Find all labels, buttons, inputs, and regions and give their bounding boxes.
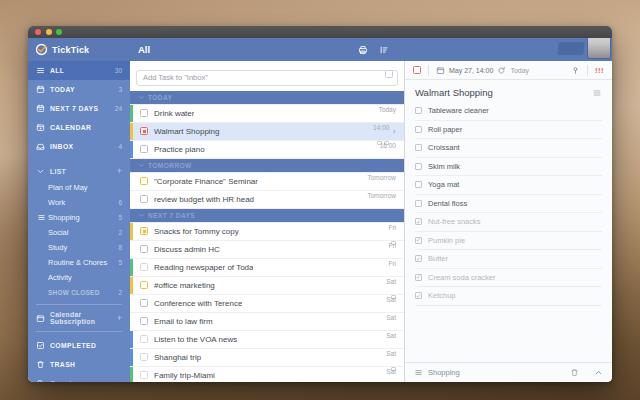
inbox-icon	[36, 142, 45, 151]
repeat-label[interactable]: Today	[510, 67, 529, 74]
task-row[interactable]: #office marketing Sat ›	[130, 277, 404, 295]
repeat-icon[interactable]	[497, 66, 506, 75]
checklist-item[interactable]: ✓ Croissant	[415, 139, 602, 158]
priority-badge[interactable]: !!!	[595, 66, 604, 75]
checklist-checkbox[interactable]: ✓	[415, 200, 422, 207]
task-row[interactable]: Reading newspaper of Toda Fri ›	[130, 259, 404, 277]
minimize-button[interactable]	[46, 29, 52, 35]
task-row[interactable]: Practice piano 16:00 ›	[130, 141, 404, 159]
menu-icon[interactable]	[592, 88, 602, 98]
sidebar-item[interactable]: Study 8	[28, 240, 130, 255]
calendar-icon[interactable]	[436, 66, 445, 75]
add-task-input[interactable]	[136, 70, 398, 86]
checklist-item[interactable]: ✓ Yoga mat	[415, 176, 602, 195]
chevron-down-icon[interactable]	[138, 94, 145, 101]
checklist-item[interactable]: ✓ Butter	[415, 250, 602, 269]
task-row[interactable]: Email to law firm Sat ›	[130, 313, 404, 331]
checklist-item[interactable]: ✓ Cream soda cracker	[415, 269, 602, 288]
task-row[interactable]: Family trip-Miami Sat ›	[130, 367, 404, 383]
task-checkbox[interactable]	[140, 109, 148, 117]
checklist-checkbox[interactable]: ✓	[415, 126, 422, 133]
sidebar-item[interactable]: Social 2	[28, 225, 130, 240]
sidebar-item[interactable]: SHOW CLOSED 2	[28, 285, 130, 300]
task-row[interactable]: review budget with HR head Tomorrow ›	[130, 191, 404, 209]
checklist-checkbox[interactable]: ✓	[415, 218, 422, 225]
sidebar-item[interactable]: Activity	[28, 270, 130, 285]
sidebar-item[interactable]: COMPLETED	[28, 336, 130, 355]
sidebar-item[interactable]: INBOX 4	[28, 137, 130, 156]
task-checkbox[interactable]	[140, 127, 148, 135]
sidebar-item[interactable]: Work 6	[28, 195, 130, 210]
share-icon[interactable]	[557, 42, 584, 55]
sidebar-item[interactable]: Search	[28, 374, 130, 382]
task-row[interactable]: "Corporate Finance" Seminar Tomorrow ›	[130, 173, 404, 191]
sidebar-item-label: CALENDAR	[50, 124, 91, 131]
section-header[interactable]: NEXT 7 DAYS ›	[130, 209, 404, 223]
task-checkbox[interactable]	[140, 371, 148, 379]
checklist-checkbox[interactable]: ✓	[415, 181, 422, 188]
task-due-label: Sat	[386, 369, 396, 376]
checklist-item[interactable]: ✓ Skim milk	[415, 158, 602, 177]
sidebar-item[interactable]: Calendar Subscription +	[28, 309, 130, 327]
task-checkbox[interactable]	[140, 195, 148, 203]
task-row[interactable]: Snacks for Tommy copy Fri ›	[130, 223, 404, 241]
task-due-block: 14:00	[373, 125, 389, 138]
task-checkbox[interactable]	[140, 299, 148, 307]
checklist-checkbox[interactable]: ✓	[415, 163, 422, 170]
checklist-checkbox[interactable]: ✓	[415, 237, 422, 244]
chevron-down-icon[interactable]	[138, 162, 145, 169]
sort-icon[interactable]	[379, 45, 389, 55]
pin-icon[interactable]	[571, 66, 580, 75]
close-button[interactable]	[35, 29, 41, 35]
task-row[interactable]: Conference with Terence Sat ›	[130, 295, 404, 313]
task-checkbox[interactable]	[140, 145, 148, 153]
detail-task-title[interactable]: Walmart Shopping	[415, 87, 493, 98]
zoom-button[interactable]	[56, 29, 62, 35]
task-due-block: Sat	[386, 333, 396, 346]
task-row[interactable]: Walmart Shopping 14:00 ›	[130, 123, 404, 141]
ticktick-window: TickTick All ALL 30	[28, 26, 612, 382]
task-checkbox[interactable]	[140, 227, 148, 235]
chevron-up-icon[interactable]	[594, 368, 603, 377]
task-checkbox[interactable]	[140, 317, 148, 325]
task-checkbox[interactable]	[140, 335, 148, 343]
task-checkbox[interactable]	[140, 353, 148, 361]
task-row[interactable]: Drink water Today ›	[130, 105, 404, 123]
task-checkbox[interactable]	[140, 281, 148, 289]
detail-task-checkbox[interactable]	[413, 66, 421, 74]
checklist-item[interactable]: ✓ Ketchup	[415, 287, 602, 306]
task-row[interactable]: Discuss admin HC Fri ›	[130, 241, 404, 259]
task-checkbox[interactable]	[140, 245, 148, 253]
checklist-item[interactable]: ✓ Roll paper	[415, 121, 602, 140]
sidebar-item[interactable]: NEXT 7 DAYS 24	[28, 99, 130, 118]
checklist-checkbox[interactable]: ✓	[415, 144, 422, 151]
sidebar-item[interactable]: Routine & Chores 5	[28, 255, 130, 270]
due-date-label[interactable]: May 27, 14:00	[449, 67, 493, 74]
sidebar-item[interactable]: ALL 30	[28, 61, 130, 80]
checklist-checkbox[interactable]: ✓	[415, 107, 422, 114]
trash-icon[interactable]	[570, 368, 579, 377]
sidebar-item[interactable]: LIST +	[28, 162, 130, 180]
task-row[interactable]: Shanghai trip Sat ›	[130, 349, 404, 367]
checklist-checkbox[interactable]: ✓	[415, 274, 422, 281]
section-header[interactable]: TOMORROW ›	[130, 159, 404, 173]
sidebar-item[interactable]: Shopping 5	[28, 210, 130, 225]
section-header[interactable]: TODAY ›	[130, 91, 404, 105]
sidebar-item[interactable]: Plan of May	[28, 180, 130, 195]
checklist-checkbox[interactable]: ✓	[415, 255, 422, 262]
sidebar-item[interactable]: CALENDAR	[28, 118, 130, 137]
checklist-item[interactable]: ✓ Nut-free snacks	[415, 213, 602, 232]
task-row[interactable]: Listen to the VOA news Sat ›	[130, 331, 404, 349]
checklist-item[interactable]: ✓ Dental floss	[415, 195, 602, 214]
checklist-item[interactable]: ✓ Tableware cleaner	[415, 102, 602, 121]
sidebar-item[interactable]: TRASH	[28, 355, 130, 374]
checklist-checkbox[interactable]: ✓	[415, 292, 422, 299]
task-options-icon[interactable]	[385, 70, 393, 78]
task-checkbox[interactable]	[140, 263, 148, 271]
task-list-name[interactable]: Shopping	[428, 368, 460, 377]
chevron-down-icon[interactable]	[138, 212, 145, 219]
sidebar-item[interactable]: TODAY 3	[28, 80, 130, 99]
task-checkbox[interactable]	[140, 177, 148, 185]
print-icon[interactable]	[358, 45, 368, 55]
checklist-item[interactable]: ✓ Pumkin pie	[415, 232, 602, 251]
